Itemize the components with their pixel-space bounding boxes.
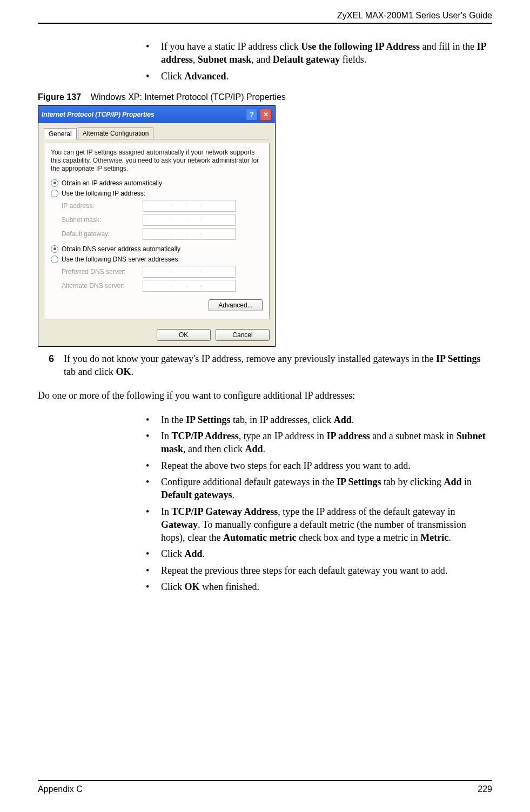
bullet-icon: •	[146, 70, 161, 83]
cancel-button[interactable]: Cancel	[216, 329, 270, 341]
bullet-icon: •	[146, 430, 161, 456]
list-item: •Click Advanced.	[146, 70, 492, 83]
subnet-mask-input[interactable]: . . .	[143, 214, 236, 226]
page-header: ZyXEL MAX-200M1 Series User's Guide	[38, 11, 492, 24]
step-number: 6	[49, 352, 64, 379]
alternate-dns-input[interactable]: . . .	[143, 280, 236, 292]
list-item-text: Repeat the previous three steps for each…	[161, 564, 447, 577]
help-icon[interactable]: ?	[246, 109, 258, 120]
list-item: •If you have a static IP address click U…	[146, 40, 492, 66]
alternate-dns-label: Alternate DNS server:	[62, 282, 143, 290]
radio-obtain-dns-auto[interactable]	[51, 245, 58, 253]
mid-paragraph: Do one or more of the following if you w…	[38, 389, 492, 402]
bullet-icon: •	[146, 580, 161, 593]
radio-obtain-ip-auto[interactable]	[51, 179, 58, 187]
bullet-icon: •	[146, 505, 161, 545]
dialog-tabs: General Alternate Configuration	[44, 127, 270, 139]
bullet-icon: •	[146, 547, 161, 560]
list-item: •Repeat the above two steps for each IP …	[146, 459, 492, 472]
step-6: 6 If you do not know your gateway's IP a…	[49, 352, 492, 379]
list-item: •In the IP Settings tab, in IP addresses…	[146, 413, 492, 426]
radio-use-following-ip[interactable]	[51, 190, 58, 197]
ip-address-label: IP address:	[62, 202, 143, 210]
subnet-mask-label: Subnet mask:	[62, 216, 143, 224]
dialog-description: You can get IP settings assigned automat…	[51, 149, 263, 173]
bullet-icon: •	[146, 40, 161, 66]
radio-obtain-dns-auto-label: Obtain DNS server address automatically	[62, 245, 180, 253]
tab-panel-general: You can get IP settings assigned automat…	[44, 143, 270, 319]
preferred-dns-label: Preferred DNS server:	[62, 268, 143, 276]
close-icon[interactable]: ✕	[260, 109, 272, 120]
list-item-text: Repeat the above two steps for each IP a…	[161, 459, 411, 472]
list-item: •In TCP/IP Address, type an IP address i…	[146, 430, 492, 456]
list-item-text: Configure additional default gateways in…	[161, 475, 492, 502]
tab-alternate-configuration[interactable]: Alternate Configuration	[78, 127, 154, 139]
preferred-dns-input[interactable]: . . .	[143, 266, 236, 278]
more-bullet-list: •In the IP Settings tab, in IP addresses…	[146, 413, 492, 594]
radio-obtain-ip-auto-label: Obtain an IP address automatically	[62, 179, 162, 187]
page-footer: Appendix C 229	[38, 780, 492, 794]
bullet-icon: •	[146, 413, 161, 426]
list-item: •Configure additional default gateways i…	[146, 475, 492, 502]
bullet-icon: •	[146, 459, 161, 472]
tab-general[interactable]: General	[44, 128, 77, 139]
default-gateway-label: Default gateway:	[62, 230, 143, 238]
dialog-title: Internet Protocol (TCP/IP) Properties	[42, 111, 155, 118]
bullet-icon: •	[146, 564, 161, 577]
radio-use-following-dns[interactable]	[51, 256, 58, 263]
list-item: •Click OK when finished.	[146, 580, 492, 593]
list-item-text: Click OK when finished.	[161, 580, 259, 593]
figure-text: Windows XP: Internet Protocol (TCP/IP) P…	[91, 92, 286, 102]
tcpip-properties-dialog: Internet Protocol (TCP/IP) Properties ? …	[38, 105, 276, 347]
figure-label: Figure 137	[38, 92, 81, 102]
default-gateway-input[interactable]: . . .	[143, 228, 236, 240]
step-6-text: If you do not know your gateway's IP add…	[64, 352, 492, 379]
bullet-icon: •	[146, 475, 161, 502]
ip-address-input[interactable]: . . .	[143, 200, 236, 212]
list-item-text: In TCP/IP Gateway Address, type the IP a…	[161, 505, 492, 545]
radio-use-following-dns-label: Use the following DNS server addresses:	[62, 256, 180, 263]
list-item-text: Click Advanced.	[161, 70, 229, 83]
guide-title: ZyXEL MAX-200M1 Series User's Guide	[337, 11, 492, 20]
list-item: •Click Add.	[146, 547, 492, 560]
intro-bullet-list: •If you have a static IP address click U…	[146, 40, 492, 83]
footer-page-number: 229	[478, 784, 492, 794]
advanced-button[interactable]: Advanced...	[209, 299, 263, 311]
radio-use-following-ip-label: Use the following IP address:	[62, 190, 145, 197]
ok-button[interactable]: OK	[157, 329, 211, 341]
list-item-text: In the IP Settings tab, in IP addresses,…	[161, 413, 354, 426]
list-item: •Repeat the previous three steps for eac…	[146, 564, 492, 577]
list-item-text: If you have a static IP address click Us…	[161, 40, 492, 66]
dialog-titlebar: Internet Protocol (TCP/IP) Properties ? …	[38, 106, 275, 123]
list-item-text: Click Add.	[161, 547, 205, 560]
list-item-text: In TCP/IP Address, type an IP address in…	[161, 430, 492, 456]
figure-caption: Figure 137 Windows XP: Internet Protocol…	[38, 92, 492, 102]
footer-section: Appendix C	[38, 784, 83, 794]
list-item: •In TCP/IP Gateway Address, type the IP …	[146, 505, 492, 545]
